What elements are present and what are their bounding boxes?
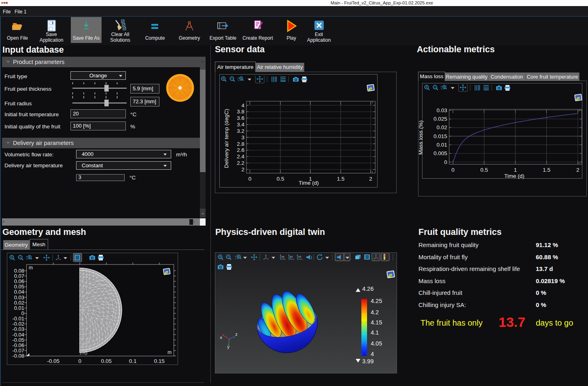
svg-text:2: 2: [369, 175, 372, 181]
svg-text:2.4: 2.4: [237, 154, 244, 160]
svg-text:0: 0: [451, 167, 454, 173]
svg-text:0.03: 0.03: [436, 107, 447, 113]
svg-text:1.5: 1.5: [337, 175, 344, 181]
svg-text:4.15: 4.15: [371, 319, 382, 326]
svg-text:0: 0: [78, 358, 81, 364]
svg-text:0.1: 0.1: [129, 358, 137, 364]
svg-text:0.5: 0.5: [276, 175, 284, 181]
svg-text:3.6: 3.6: [237, 115, 244, 121]
svg-text:x: x: [220, 335, 223, 340]
svg-text:2: 2: [576, 167, 580, 173]
svg-text:m: m: [29, 265, 33, 271]
svg-text:0: 0: [444, 159, 447, 165]
svg-text:2.8: 2.8: [237, 141, 244, 147]
svg-text:xy: xy: [281, 255, 284, 258]
svg-text:3: 3: [241, 134, 244, 140]
svg-text:4.2: 4.2: [371, 309, 379, 316]
svg-text:0.025: 0.025: [433, 116, 447, 122]
svg-text:z: z: [235, 332, 238, 337]
svg-text:-0.08: -0.08: [12, 353, 24, 359]
svg-text:0.005: 0.005: [433, 150, 447, 156]
svg-text:2.6: 2.6: [237, 147, 244, 153]
svg-text:0.015: 0.015: [433, 133, 447, 139]
svg-text:m: m: [168, 350, 172, 355]
svg-text:3.2: 3.2: [237, 128, 244, 134]
svg-text:2: 2: [241, 166, 244, 172]
svg-text:-0.05: -0.05: [47, 358, 59, 364]
svg-text:0.01: 0.01: [436, 142, 447, 148]
svg-text:1.5: 1.5: [543, 167, 550, 173]
svg-text:0.5: 0.5: [480, 167, 488, 173]
svg-text:4.1: 4.1: [371, 329, 379, 336]
svg-text:4.05: 4.05: [371, 340, 382, 347]
svg-text:0: 0: [248, 175, 251, 181]
svg-text:0.05: 0.05: [101, 358, 112, 364]
svg-text:0.15: 0.15: [154, 358, 165, 364]
svg-text:0.02: 0.02: [436, 125, 447, 131]
svg-text:yz: yz: [290, 255, 293, 258]
svg-text:3.8: 3.8: [237, 109, 244, 115]
svg-text:4.26: 4.26: [362, 286, 374, 292]
svg-text:4: 4: [241, 102, 244, 108]
svg-text:4.25: 4.25: [371, 298, 382, 304]
svg-text:xz: xz: [298, 255, 301, 258]
svg-text:r=0: r=0: [80, 350, 87, 356]
svg-text:3.99: 3.99: [362, 358, 374, 365]
svg-text:1: 1: [514, 167, 517, 173]
svg-text:y: y: [227, 344, 230, 349]
svg-text:2.2: 2.2: [237, 160, 244, 166]
svg-text:3.4: 3.4: [237, 122, 244, 128]
svg-text:4: 4: [371, 351, 374, 357]
